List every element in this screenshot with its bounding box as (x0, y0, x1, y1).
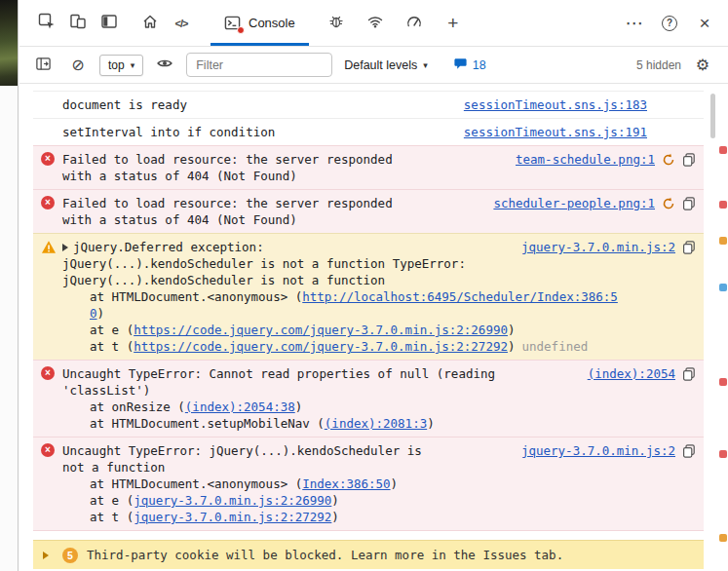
scrollbar-warning-mark (719, 237, 727, 245)
tab-console-label: Console (249, 16, 295, 30)
stack-text: ) (331, 493, 339, 508)
stack-frame: at e (https://code.jquery.com/jquery-3.7… (62, 322, 618, 338)
welcome-home-button[interactable] (134, 8, 166, 39)
log-message-row: document is ready sessionTimeout.sns.js:… (33, 91, 704, 118)
scrollbar-error-mark (719, 378, 727, 386)
copilot-explain-icon[interactable] (682, 444, 696, 458)
source-link[interactable]: jquery-3.7.0.min.js:2 (521, 442, 675, 459)
log-levels-selector[interactable]: Default levels ▾ (340, 56, 432, 75)
stack-source-link[interactable]: https://code.jquery.com/jquery-3.7.0.min… (134, 323, 508, 337)
inspect-element-button[interactable] (31, 8, 62, 39)
network-conditions-button[interactable] (360, 8, 391, 39)
help-button[interactable]: ? (654, 8, 685, 39)
stack-source-link[interactable]: jquery-3.7.0.min.js:2:26990 (134, 493, 331, 508)
help-icon: ? (662, 16, 677, 31)
device-emulation-icon (69, 13, 87, 33)
message-icon-gutter: × (41, 442, 62, 457)
stack-text: ) (508, 323, 516, 337)
screen: </> Console + (0, 0, 728, 571)
context-selector[interactable]: top ▾ (99, 55, 143, 76)
tool-icons-cluster: + (321, 0, 469, 46)
debug-tool-button[interactable] (321, 8, 352, 39)
tab-console[interactable]: Console (211, 0, 309, 46)
more-icon: ⋯ (626, 14, 644, 32)
replay-request-icon[interactable] (662, 153, 675, 167)
source-link[interactable]: scheduler-people.png:1 (493, 195, 655, 211)
source-link[interactable]: sessionTimeout.sns.js:183 (464, 96, 647, 113)
issues-bar[interactable]: 5 Third-party cookie will be blocked. Le… (33, 540, 704, 569)
console-toolbar: ⊘ top ▾ Default levels ▾ 18 5 hidden ⚙ (19, 47, 728, 84)
message-text: Failed to load resource: the server resp… (62, 151, 407, 184)
scrollbar-error-mark (719, 450, 727, 458)
expand-arrow-icon[interactable] (62, 244, 68, 251)
replay-request-icon[interactable] (662, 197, 675, 210)
console-message-list: document is ready sessionTimeout.sns.js:… (19, 84, 728, 540)
stack-source-link[interactable]: Index:386:50 (302, 476, 390, 491)
stack-text: at e ( (90, 323, 134, 337)
device-emulation-button[interactable] (62, 8, 94, 39)
wifi-icon (366, 13, 384, 33)
source-link[interactable]: sessionTimeout.sns.js:191 (464, 124, 647, 140)
stack-frame: at HTMLDocument.<anonymous> (http://loca… (62, 288, 618, 322)
copilot-explain-icon[interactable] (682, 197, 696, 210)
message-text: jQuery.Deferred exception: (73, 239, 264, 255)
webpage-photo-fragment (0, 0, 18, 86)
console-settings-button[interactable]: ⚙ (689, 52, 716, 79)
message-icon-gutter: × (41, 365, 62, 380)
sources-button[interactable]: </> (166, 8, 197, 39)
stack-source-link[interactable]: (index):2081:3 (325, 416, 427, 431)
console-error-badge (237, 26, 245, 34)
filter-input[interactable] (186, 53, 332, 77)
copilot-explain-icon[interactable] (682, 241, 696, 254)
activity-bar-button[interactable] (94, 8, 125, 39)
message-icon-gutter: × (41, 195, 62, 209)
stack-frame: at t (https://code.jquery.com/jquery-3.7… (62, 338, 618, 355)
stack-text: at t ( (90, 510, 134, 524)
scrollbar-error-mark (719, 201, 727, 209)
source-link[interactable]: team-schedule.png:1 (516, 151, 655, 168)
issues-bar-text: Third-party cookie will be blocked. Lear… (87, 548, 563, 562)
webpage-edge-strip (0, 0, 19, 571)
message-text: setInterval into if condition (62, 124, 275, 140)
message-body: Uncaught TypeError: Cannot read properti… (62, 365, 696, 432)
performance-button[interactable] (399, 8, 430, 39)
inspect-icon (38, 13, 56, 33)
chevron-down-icon: ▾ (131, 60, 135, 70)
close-devtools-button[interactable]: × (689, 8, 720, 39)
live-expression-button[interactable] (151, 52, 178, 79)
clear-icon: ⊘ (71, 57, 84, 73)
console-sidebar-toggle-button[interactable] (29, 52, 57, 79)
more-options-button[interactable]: ⋯ (619, 8, 650, 39)
stack-source-link[interactable]: jquery-3.7.0.min.js:2:27292 (134, 510, 331, 524)
console-scrollbar-thumb[interactable] (710, 94, 715, 138)
bug-icon (327, 13, 345, 33)
stack-text: ) (427, 416, 435, 431)
warning-icon (41, 243, 57, 257)
window-controls: ⋯ ? × (619, 0, 720, 46)
gear-icon: ⚙ (696, 57, 709, 73)
devtools-tabbar: </> Console + (19, 0, 728, 47)
log-levels-label: Default levels (344, 58, 417, 72)
error-message-row: × Failed to load resource: the server re… (33, 145, 704, 189)
console-messages-count[interactable]: 18 (453, 57, 486, 74)
stack-frame: at onResize ((index):2054:38) (62, 399, 696, 415)
sources-code-icon: </> (175, 18, 188, 29)
error-icon: × (41, 196, 55, 209)
plus-icon: + (447, 14, 458, 32)
speedometer-icon (405, 13, 423, 33)
hidden-messages-label[interactable]: 5 hidden (636, 58, 681, 72)
more-tabs-button[interactable]: + (438, 8, 469, 39)
stack-source-link[interactable]: (index):2054:38 (185, 400, 295, 414)
stack-text: ) (331, 510, 339, 524)
copilot-explain-icon[interactable] (682, 367, 696, 381)
layout-panel-icon (100, 13, 118, 33)
expand-arrow-icon[interactable] (43, 552, 49, 559)
clear-console-button[interactable]: ⊘ (64, 52, 92, 79)
source-link[interactable]: (index):2054 (588, 365, 675, 382)
stack-source-link[interactable]: https://code.jquery.com/jquery-3.7.0.min… (134, 339, 508, 354)
stack-text: ) (391, 476, 399, 491)
source-link[interactable]: jquery-3.7.0.min.js:2 (521, 239, 675, 255)
copilot-explain-icon[interactable] (682, 153, 696, 167)
messages-count-value: 18 (473, 58, 486, 72)
issues-count-badge: 5 (62, 548, 78, 563)
